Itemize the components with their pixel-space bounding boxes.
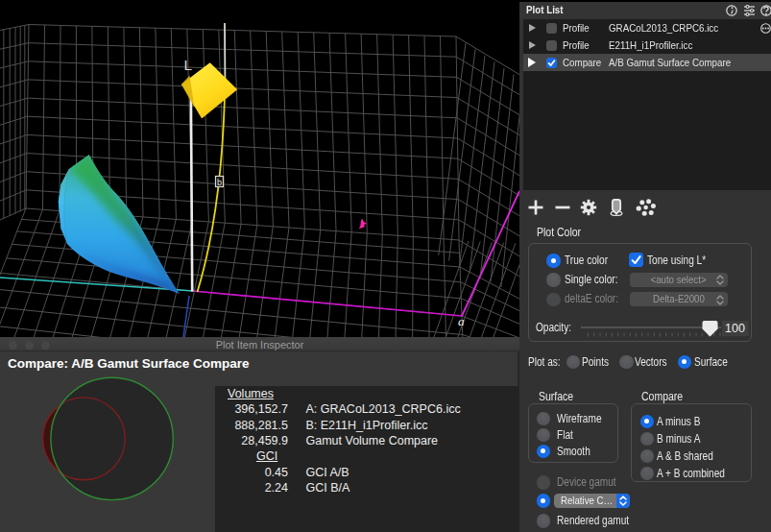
- svg-text:a: a: [458, 314, 465, 328]
- svg-text:L: L: [184, 57, 193, 73]
- svg-text:b: b: [217, 178, 222, 187]
